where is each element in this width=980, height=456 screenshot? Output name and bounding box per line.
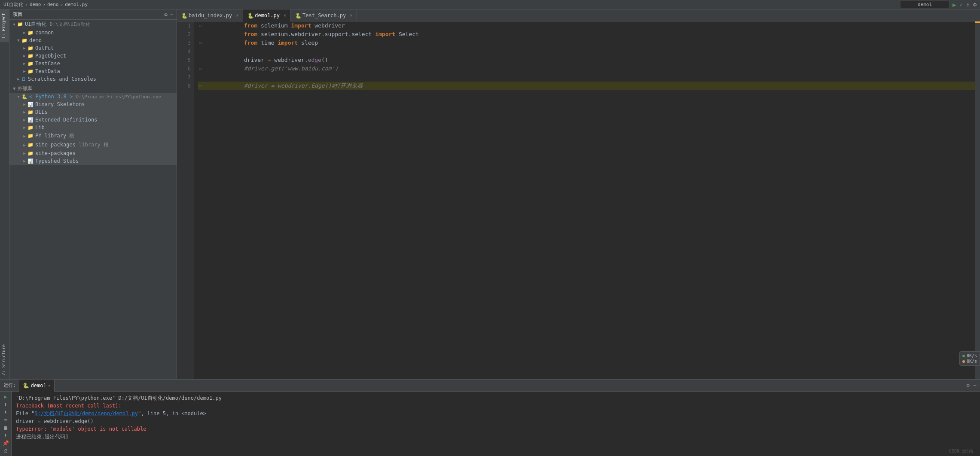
- tree-item-testdata[interactable]: ▶ 📁 TestData: [9, 67, 177, 75]
- sidebar-tab-project[interactable]: 1: Project: [0, 9, 9, 42]
- settings-icon[interactable]: ⚙: [966, 382, 970, 389]
- expand-arrow[interactable]: ▶: [21, 134, 27, 138]
- fold-icon[interactable]: ⊟: [198, 82, 204, 90]
- breadcrumb-item: demo1.py: [65, 2, 88, 7]
- tree-item-typeshed[interactable]: ▶ 📊 Typeshed Stubs: [9, 157, 177, 165]
- tree-item-site-packages[interactable]: ▶ 📁 site-packages: [9, 149, 177, 157]
- update-icon[interactable]: ↑: [966, 1, 970, 8]
- expand-arrow[interactable]: ▶: [21, 118, 27, 122]
- scroll-to-end-button[interactable]: ⬇: [2, 432, 9, 439]
- expand-arrow[interactable]: ▶: [21, 102, 27, 106]
- tree-item-python38[interactable]: ▼ 🐍 < Python 3.8 > D:\Program Files\PY\p…: [9, 93, 177, 100]
- folder-icon: 📁: [27, 53, 34, 59]
- bottom-tab-bar: 运行: 🐍 demo1 ✕ ⚙ −: [0, 380, 980, 392]
- tab-close-button[interactable]: ✕: [236, 13, 238, 18]
- tree-root[interactable]: ▼ 📁 UI自动化 D:\文档\UI自动化: [9, 20, 177, 29]
- output-line-traceback: Traceback (most recent call last):: [16, 402, 976, 410]
- settings-icon[interactable]: ⚙: [973, 1, 977, 8]
- expand-arrow[interactable]: ▼: [13, 86, 16, 91]
- breadcrumb-item: demo: [30, 2, 41, 7]
- run-icon[interactable]: ▶: [953, 1, 956, 8]
- folder-icon: 📁: [27, 151, 34, 156]
- fold-icon[interactable]: ⊟: [198, 39, 204, 47]
- error-marker: [975, 21, 980, 23]
- expand-arrow[interactable]: ▶: [15, 77, 21, 81]
- tab-close-button[interactable]: ✕: [350, 13, 352, 18]
- item-label: Extended Definitions: [35, 117, 98, 123]
- folder-icon: 📁: [17, 21, 23, 27]
- item-label: site-packages: [35, 150, 76, 156]
- tab-test-search[interactable]: 🐍 Test_Search.py ✕: [291, 9, 357, 21]
- wrap-button[interactable]: ≡: [2, 416, 9, 423]
- file-link[interactable]: D:/文档/UI自动化/demo/deno/demo1.py: [34, 410, 138, 416]
- filter-button[interactable]: ▦: [2, 424, 9, 431]
- minimize-icon[interactable]: −: [170, 12, 173, 18]
- tab-close-button[interactable]: ✕: [284, 13, 286, 18]
- tree-item-common[interactable]: ▶ 📁 common: [9, 29, 177, 36]
- expand-arrow[interactable]: ▶: [21, 61, 27, 66]
- tab-baidu-index[interactable]: 🐍 baidu_index.py ✕: [177, 9, 243, 21]
- expand-arrow[interactable]: ▶: [21, 151, 27, 155]
- expand-arrow[interactable]: ▶: [21, 30, 27, 35]
- run-button[interactable]: ▶: [2, 393, 9, 400]
- section-external-libs[interactable]: ▼ 外部库: [9, 83, 177, 93]
- item-label: common: [35, 30, 54, 36]
- code-editor[interactable]: 1 2 3 4 5 6 7 8 ⊟ from selenium import w…: [177, 21, 980, 379]
- py-file-icon: 🐍: [295, 13, 300, 18]
- item-label: OutPut: [35, 45, 54, 51]
- tree-item-py-library-root[interactable]: ▶ 📁 PY library 根: [9, 131, 177, 140]
- project-tree: ▼ 📁 UI自动化 D:\文档\UI自动化 ▶ 📁 common ▼ 📁 dem…: [9, 20, 177, 379]
- expand-arrow[interactable]: ▶: [21, 54, 27, 58]
- folder-icon: 📁: [27, 46, 34, 51]
- bottom-panel: 运行: 🐍 demo1 ✕ ⚙ − ▶ ⬆ ⬇ ≡ ▦ ⬇ 📌 🖨 "D:\Pr…: [0, 379, 980, 456]
- expand-arrow[interactable]: ▼: [15, 94, 21, 99]
- fold-icon: [198, 30, 204, 39]
- output-line-code: driver = webdriver.edge(): [16, 417, 976, 425]
- breadcrumb-item: deno: [47, 2, 59, 7]
- fold-icon[interactable]: ⊟: [198, 64, 204, 73]
- download-speed: 0K/s: [967, 359, 977, 364]
- expand-arrow[interactable]: ▼: [11, 22, 17, 27]
- expand-arrow[interactable]: ▶: [21, 110, 27, 114]
- expand-arrow[interactable]: ▶: [21, 159, 27, 163]
- minimize-icon[interactable]: −: [973, 382, 977, 389]
- vertical-tabs: 1: Project Z: Structure: [0, 9, 9, 379]
- fold-icon[interactable]: ⊟: [198, 21, 204, 30]
- expand-arrow[interactable]: ▶: [21, 69, 27, 73]
- tab-bar: 🐍 baidu_index.py ✕ 🐍 demo1.py ✕ 🐍 Test_S…: [177, 9, 980, 21]
- pin-button[interactable]: 📌: [2, 440, 9, 447]
- expand-arrow[interactable]: ▼: [15, 38, 21, 43]
- git-icon[interactable]: ✓: [960, 1, 963, 8]
- bottom-tab-demo1[interactable]: 🐍 demo1 ✕: [19, 380, 55, 392]
- tree-item-demo[interactable]: ▼ 📁 demo: [9, 36, 177, 44]
- expand-arrow[interactable]: ▶: [21, 143, 27, 147]
- stop-button[interactable]: ⬆: [2, 401, 9, 408]
- expand-arrow[interactable]: ▶: [21, 125, 27, 130]
- tab-label: baidu_index.py: [189, 12, 232, 18]
- tab-demo1[interactable]: 🐍 demo1.py ✕: [243, 9, 291, 21]
- search-box[interactable]: demo1: [901, 1, 949, 8]
- tree-item-lib[interactable]: ▶ 📁 Lib: [9, 124, 177, 131]
- tree-item-scratches[interactable]: ▶ 🗒 Scratches and Consoles: [9, 75, 177, 83]
- tree-item-dlls[interactable]: ▶ 📁 DLLs: [9, 108, 177, 116]
- code-content: ⊟ from selenium import webdriver from se…: [194, 21, 975, 379]
- code-line-8: ⊟ #driver = webdriver.Edge()#打开浏览器: [198, 82, 975, 90]
- panel-actions[interactable]: ⚙ −: [165, 12, 173, 18]
- print-button[interactable]: 🖨: [2, 447, 9, 454]
- tree-item-output[interactable]: ▶ 📁 OutPut: [9, 44, 177, 52]
- bottom-tab-close-button[interactable]: ✕: [48, 383, 51, 388]
- tree-item-binary-skeletons[interactable]: ▶ 📊 Binary Skeletons: [9, 100, 177, 108]
- bottom-tab-icon: 🐍: [23, 383, 29, 389]
- tree-item-site-packages-lib[interactable]: ▶ 📁 site-packages library 根: [9, 140, 177, 149]
- output-line-cmd: "D:\Program Files\PY\python.exe" D:/文档/U…: [16, 394, 976, 402]
- scroll-up-button[interactable]: ⬇: [2, 409, 9, 416]
- output-line-error: TypeError: 'module' object is not callab…: [16, 425, 976, 433]
- gear-icon[interactable]: ⚙: [165, 12, 168, 18]
- sidebar-tab-structure[interactable]: Z: Structure: [0, 341, 9, 379]
- expand-arrow[interactable]: ▶: [21, 46, 27, 50]
- bottom-tab-actions: ⚙ −: [966, 382, 977, 389]
- breadcrumb: UI自动化 › demo › deno › demo1.py: [3, 1, 88, 8]
- tree-item-extended-defs[interactable]: ▶ 📊 Extended Definitions: [9, 116, 177, 124]
- tree-item-pageobject[interactable]: ▶ 📁 PageObject: [9, 52, 177, 60]
- tree-item-testcase[interactable]: ▶ 📁 TestCase: [9, 60, 177, 67]
